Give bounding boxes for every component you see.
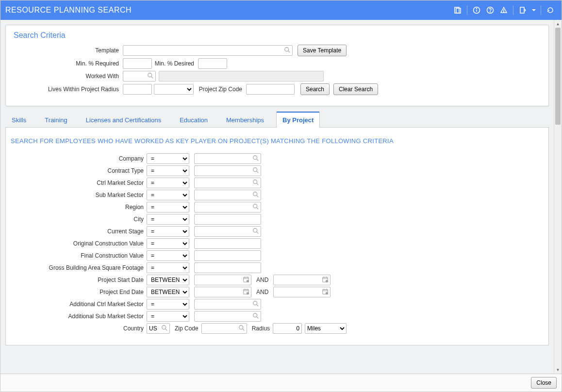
operator-select[interactable]: =: [147, 214, 189, 225]
country-input[interactable]: [147, 323, 170, 334]
page-title: RESOURCE PLANNING SEARCH: [5, 6, 451, 15]
panel-title: Search Criteria: [14, 31, 541, 40]
operator-select[interactable]: =: [147, 178, 189, 188]
operator-select[interactable]: =: [147, 190, 189, 200]
tab-memberships[interactable]: Memberships: [220, 112, 270, 128]
svg-point-11: [477, 8, 477, 9]
criteria-row-orig_value: Original Construction Value=: [11, 238, 544, 249]
criteria-row-end_date: Project End DateBETWEENAND: [11, 287, 544, 297]
operator-select[interactable]: =: [147, 250, 189, 261]
radius-unit-select[interactable]: Miles: [305, 323, 347, 334]
min-desired-label: Min. % Desired: [152, 60, 198, 67]
vertical-scrollbar[interactable]: ▲ ▼: [554, 20, 562, 374]
refresh-icon[interactable]: [544, 4, 557, 16]
criteria-label: Additional Sub Market Sector: [11, 313, 147, 320]
scroll-down-icon[interactable]: ▼: [554, 366, 562, 374]
radius-label: Radius: [247, 325, 273, 332]
min-desired-input[interactable]: [198, 58, 227, 69]
operator-select[interactable]: =: [147, 202, 189, 212]
value-input[interactable]: [194, 238, 261, 249]
template-input[interactable]: [123, 45, 293, 56]
value-input[interactable]: [194, 153, 261, 164]
operator-select[interactable]: BETWEEN: [147, 287, 189, 297]
tab-licenses[interactable]: Licenses and Certifications: [80, 112, 167, 128]
criteria-row-start_date: Project Start DateBETWEENAND: [11, 275, 544, 285]
value-input[interactable]: [194, 178, 261, 188]
and-label: AND: [256, 289, 268, 295]
operator-select[interactable]: =: [147, 238, 189, 249]
by-project-tab-body: SEARCH FOR EMPLOYEES WHO HAVE WORKED AS …: [5, 128, 549, 345]
operator-select[interactable]: =: [147, 226, 189, 237]
warning-icon[interactable]: [497, 4, 510, 16]
value-input[interactable]: [194, 262, 261, 273]
clear-search-button[interactable]: Clear Search: [333, 83, 378, 95]
help-icon[interactable]: [484, 4, 496, 16]
min-required-label: Min. % Required: [14, 60, 123, 67]
criteria-label: Company: [11, 155, 147, 162]
calendar-icon[interactable]: [322, 288, 329, 295]
criteria-label: Contract Type: [11, 167, 147, 174]
tab-by-project[interactable]: By Project: [276, 112, 320, 128]
separator: [541, 5, 541, 15]
value-input[interactable]: [194, 214, 261, 225]
tab-skills[interactable]: Skills: [5, 112, 33, 128]
project-zip-input[interactable]: [246, 84, 295, 95]
calendar-icon[interactable]: [243, 276, 249, 283]
operator-select[interactable]: =: [147, 299, 189, 310]
value-input[interactable]: [194, 311, 261, 322]
criteria-row-ctrl_market: Ctrl Market Sector=: [11, 178, 544, 188]
section-heading: SEARCH FOR EMPLOYEES WHO HAVE WORKED AS …: [11, 137, 544, 145]
criteria-row-city: City=: [11, 214, 544, 225]
tab-education[interactable]: Education: [173, 112, 214, 128]
worked-with-input[interactable]: [123, 71, 156, 82]
svg-point-15: [504, 12, 504, 12]
operator-select[interactable]: =: [147, 153, 189, 164]
operator-select[interactable]: =: [147, 165, 189, 176]
search-button[interactable]: Search: [300, 83, 330, 95]
svg-point-13: [490, 12, 491, 12]
calendar-icon[interactable]: [243, 288, 249, 295]
dropdown-caret-icon[interactable]: [530, 4, 538, 16]
operator-select[interactable]: =: [147, 262, 189, 273]
country-row: Country Zip Code Radius Miles: [11, 323, 544, 334]
value-input[interactable]: [194, 299, 261, 310]
operator-select[interactable]: BETWEEN: [147, 275, 189, 285]
svg-rect-16: [520, 7, 524, 13]
value-input[interactable]: [194, 165, 261, 176]
min-required-input[interactable]: [123, 58, 152, 69]
criteria-row-gross_area: Gross Building Area Square Footage=: [11, 262, 544, 273]
criteria-label: Additional Ctrl Market Sector: [11, 301, 147, 308]
criteria-label: Project End Date: [11, 289, 147, 295]
value-input[interactable]: [194, 250, 261, 261]
criteria-label: Region: [11, 204, 147, 211]
value-input[interactable]: [194, 226, 261, 237]
separator: [467, 5, 467, 15]
criteria-row-sub_market: Sub Market Sector=: [11, 190, 544, 200]
scroll-track[interactable]: [554, 28, 562, 366]
zip-input[interactable]: [201, 323, 247, 334]
scroll-up-icon[interactable]: ▲: [554, 20, 562, 28]
value-input[interactable]: [194, 190, 261, 200]
value-input[interactable]: [194, 202, 261, 212]
lives-within-unit-select[interactable]: [154, 84, 194, 95]
calendar-icon[interactable]: [322, 276, 329, 283]
close-button[interactable]: Close: [531, 377, 557, 389]
lives-within-value-input[interactable]: [123, 84, 152, 95]
tab-training[interactable]: Training: [38, 112, 73, 128]
search-criteria-panel: Search Criteria Template Save Template M…: [5, 25, 549, 106]
worked-with-display: [159, 71, 324, 82]
operator-select[interactable]: =: [147, 311, 189, 322]
edit-icon[interactable]: [516, 4, 529, 16]
info-icon[interactable]: [470, 4, 483, 16]
criteria-label: Current Stage: [11, 228, 147, 235]
criteria-label: Original Construction Value: [11, 240, 147, 247]
separator: [513, 5, 513, 15]
app-window: RESOURCE PLANNING SEARCH Search Criteria…: [0, 0, 562, 392]
criteria-label: Ctrl Market Sector: [11, 180, 147, 186]
radius-input[interactable]: [273, 323, 302, 334]
notes-icon[interactable]: [451, 4, 464, 16]
scroll-thumb[interactable]: [555, 28, 561, 125]
criteria-row-add_sub: Additional Sub Market Sector=: [11, 311, 544, 322]
save-template-button[interactable]: Save Template: [298, 45, 347, 56]
content-wrap: Search Criteria Template Save Template M…: [0, 20, 562, 374]
